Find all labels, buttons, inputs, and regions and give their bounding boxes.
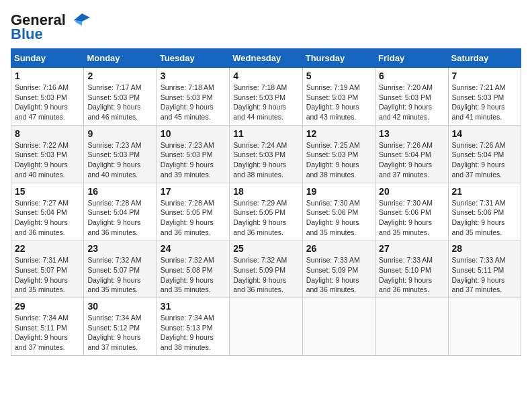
day-cell: 27 Sunrise: 7:33 AM Sunset: 5:10 PM Dayl… (375, 240, 448, 298)
day-number: 6 (379, 71, 444, 81)
day-detail: Sunrise: 7:28 AM Sunset: 5:05 PM Dayligh… (161, 198, 226, 238)
day-detail: Sunrise: 7:34 AM Sunset: 5:13 PM Dayligh… (161, 313, 226, 353)
day-cell: 31 Sunrise: 7:34 AM Sunset: 5:13 PM Dayl… (157, 298, 229, 356)
day-number: 20 (379, 186, 444, 197)
day-detail: Sunrise: 7:24 AM Sunset: 5:03 PM Dayligh… (233, 140, 298, 180)
day-detail: Sunrise: 7:32 AM Sunset: 5:09 PM Dayligh… (233, 255, 298, 295)
day-header-monday: Monday (84, 49, 157, 68)
day-detail: Sunrise: 7:32 AM Sunset: 5:07 PM Dayligh… (87, 255, 152, 295)
day-cell: 3 Sunrise: 7:18 AM Sunset: 5:03 PM Dayli… (157, 68, 229, 126)
day-cell: 19 Sunrise: 7:30 AM Sunset: 5:06 PM Dayl… (302, 183, 375, 240)
day-number: 26 (306, 243, 371, 254)
day-header-friday: Friday (375, 49, 448, 68)
day-detail: Sunrise: 7:29 AM Sunset: 5:05 PM Dayligh… (233, 198, 298, 238)
day-number: 14 (452, 128, 517, 139)
day-detail: Sunrise: 7:21 AM Sunset: 5:03 PM Dayligh… (452, 83, 517, 122)
day-number: 1 (15, 71, 80, 81)
day-number: 5 (306, 71, 371, 81)
day-number: 18 (233, 186, 298, 197)
day-detail: Sunrise: 7:23 AM Sunset: 5:03 PM Dayligh… (87, 140, 152, 180)
day-cell: 20 Sunrise: 7:30 AM Sunset: 5:06 PM Dayl… (375, 183, 448, 240)
day-detail: Sunrise: 7:18 AM Sunset: 5:03 PM Dayligh… (233, 83, 298, 122)
day-detail: Sunrise: 7:19 AM Sunset: 5:03 PM Dayligh… (306, 83, 371, 122)
svg-marker-0 (74, 13, 90, 21)
day-cell: 21 Sunrise: 7:31 AM Sunset: 5:06 PM Dayl… (448, 183, 521, 240)
day-cell: 1 Sunrise: 7:16 AM Sunset: 5:03 PM Dayli… (11, 68, 84, 126)
day-number: 29 (15, 301, 80, 312)
week-row-3: 15 Sunrise: 7:27 AM Sunset: 5:04 PM Dayl… (11, 183, 521, 240)
day-number: 27 (379, 243, 444, 254)
day-detail: Sunrise: 7:20 AM Sunset: 5:03 PM Dayligh… (379, 83, 444, 122)
day-number: 17 (161, 186, 226, 197)
day-number: 3 (161, 71, 226, 81)
day-detail: Sunrise: 7:31 AM Sunset: 5:07 PM Dayligh… (15, 255, 80, 295)
week-row-5: 29 Sunrise: 7:34 AM Sunset: 5:11 PM Dayl… (11, 298, 521, 356)
day-detail: Sunrise: 7:33 AM Sunset: 5:09 PM Dayligh… (306, 255, 371, 295)
day-detail: Sunrise: 7:34 AM Sunset: 5:11 PM Dayligh… (15, 313, 80, 353)
logo-blue-text: Blue (11, 27, 43, 42)
day-header-thursday: Thursday (302, 49, 375, 68)
day-cell: 8 Sunrise: 7:22 AM Sunset: 5:03 PM Dayli… (11, 125, 84, 183)
day-number: 13 (379, 128, 444, 139)
logo-bird-icon (69, 11, 90, 30)
day-number: 22 (15, 243, 80, 254)
day-cell: 15 Sunrise: 7:27 AM Sunset: 5:04 PM Dayl… (11, 183, 84, 240)
day-detail: Sunrise: 7:31 AM Sunset: 5:06 PM Dayligh… (452, 198, 517, 238)
day-cell (448, 298, 521, 356)
day-cell: 5 Sunrise: 7:19 AM Sunset: 5:03 PM Dayli… (302, 68, 375, 126)
day-number: 16 (87, 186, 152, 197)
day-detail: Sunrise: 7:23 AM Sunset: 5:03 PM Dayligh… (161, 140, 226, 180)
day-cell: 2 Sunrise: 7:17 AM Sunset: 5:03 PM Dayli… (84, 68, 157, 126)
day-header-tuesday: Tuesday (157, 49, 229, 68)
day-detail: Sunrise: 7:25 AM Sunset: 5:03 PM Dayligh… (306, 140, 371, 180)
day-detail: Sunrise: 7:32 AM Sunset: 5:08 PM Dayligh… (161, 255, 226, 295)
calendar-table: SundayMondayTuesdayWednesdayThursdayFrid… (11, 48, 521, 356)
day-detail: Sunrise: 7:33 AM Sunset: 5:11 PM Dayligh… (452, 255, 517, 295)
day-detail: Sunrise: 7:27 AM Sunset: 5:04 PM Dayligh… (15, 198, 80, 238)
day-number: 2 (87, 71, 152, 81)
day-cell (375, 298, 448, 356)
day-detail: Sunrise: 7:26 AM Sunset: 5:04 PM Dayligh… (379, 140, 444, 180)
day-detail: Sunrise: 7:22 AM Sunset: 5:03 PM Dayligh… (15, 140, 80, 180)
day-detail: Sunrise: 7:17 AM Sunset: 5:03 PM Dayligh… (87, 83, 152, 122)
day-cell (230, 298, 302, 356)
day-header-saturday: Saturday (448, 49, 521, 68)
day-detail: Sunrise: 7:28 AM Sunset: 5:04 PM Dayligh… (87, 198, 152, 238)
day-cell: 30 Sunrise: 7:34 AM Sunset: 5:12 PM Dayl… (84, 298, 157, 356)
logo: General Blue (11, 11, 90, 42)
day-cell: 4 Sunrise: 7:18 AM Sunset: 5:03 PM Dayli… (230, 68, 302, 126)
day-cell: 18 Sunrise: 7:29 AM Sunset: 5:05 PM Dayl… (230, 183, 302, 240)
day-number: 25 (233, 243, 298, 254)
day-number: 9 (87, 128, 152, 139)
week-row-4: 22 Sunrise: 7:31 AM Sunset: 5:07 PM Dayl… (11, 240, 521, 298)
day-cell: 17 Sunrise: 7:28 AM Sunset: 5:05 PM Dayl… (157, 183, 229, 240)
day-cell: 22 Sunrise: 7:31 AM Sunset: 5:07 PM Dayl… (11, 240, 84, 298)
day-detail: Sunrise: 7:30 AM Sunset: 5:06 PM Dayligh… (379, 198, 444, 238)
day-number: 24 (161, 243, 226, 254)
day-cell: 10 Sunrise: 7:23 AM Sunset: 5:03 PM Dayl… (157, 125, 229, 183)
day-number: 7 (452, 71, 517, 81)
day-detail: Sunrise: 7:16 AM Sunset: 5:03 PM Dayligh… (15, 83, 80, 122)
day-detail: Sunrise: 7:26 AM Sunset: 5:04 PM Dayligh… (452, 140, 517, 180)
day-header-wednesday: Wednesday (230, 49, 302, 68)
day-number: 19 (306, 186, 371, 197)
day-number: 21 (452, 186, 517, 197)
day-cell: 12 Sunrise: 7:25 AM Sunset: 5:03 PM Dayl… (302, 125, 375, 183)
day-number: 12 (306, 128, 371, 139)
day-number: 31 (161, 301, 226, 312)
day-cell: 11 Sunrise: 7:24 AM Sunset: 5:03 PM Dayl… (230, 125, 302, 183)
day-cell: 23 Sunrise: 7:32 AM Sunset: 5:07 PM Dayl… (84, 240, 157, 298)
day-number: 11 (233, 128, 298, 139)
day-cell: 29 Sunrise: 7:34 AM Sunset: 5:11 PM Dayl… (11, 298, 84, 356)
day-detail: Sunrise: 7:30 AM Sunset: 5:06 PM Dayligh… (306, 198, 371, 238)
day-number: 4 (233, 71, 298, 81)
day-cell: 28 Sunrise: 7:33 AM Sunset: 5:11 PM Dayl… (448, 240, 521, 298)
day-number: 28 (452, 243, 517, 254)
day-cell: 9 Sunrise: 7:23 AM Sunset: 5:03 PM Dayli… (84, 125, 157, 183)
day-number: 30 (87, 301, 152, 312)
day-cell: 25 Sunrise: 7:32 AM Sunset: 5:09 PM Dayl… (230, 240, 302, 298)
day-header-sunday: Sunday (11, 49, 84, 68)
day-cell: 16 Sunrise: 7:28 AM Sunset: 5:04 PM Dayl… (84, 183, 157, 240)
day-detail: Sunrise: 7:18 AM Sunset: 5:03 PM Dayligh… (161, 83, 226, 122)
day-detail: Sunrise: 7:33 AM Sunset: 5:10 PM Dayligh… (379, 255, 444, 295)
